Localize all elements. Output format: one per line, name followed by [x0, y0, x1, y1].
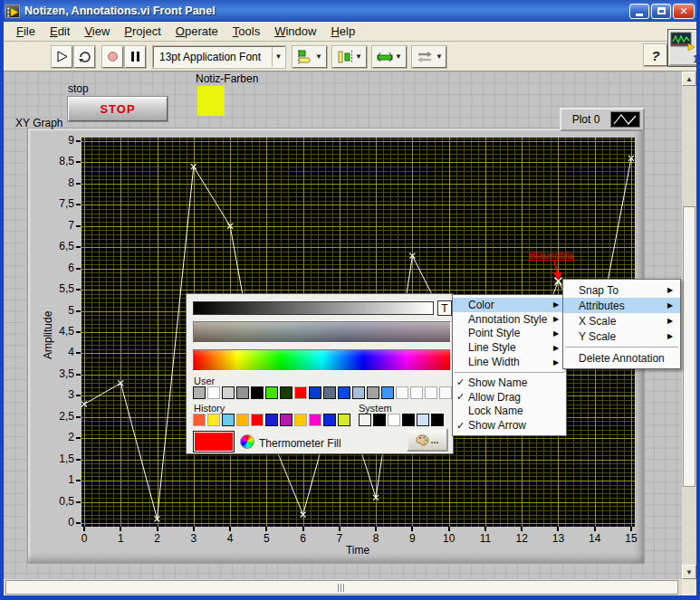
menu-item-label: Color	[468, 299, 553, 311]
attributes-submenu-item-line-width[interactable]: Line Width▶	[453, 355, 566, 369]
context-menu-item-attributes[interactable]: Attributes▶	[563, 298, 680, 313]
system-color-swatch-5[interactable]	[431, 414, 444, 426]
font-selector[interactable]: 13pt Application Font ▼	[153, 46, 285, 68]
context-menu-item-delete-annotation[interactable]: Delete Annotation	[563, 350, 680, 366]
minimize-button[interactable]	[629, 4, 649, 19]
y-tick-label: 1	[40, 473, 74, 486]
abort-button[interactable]	[102, 46, 123, 68]
more-colors-button[interactable]: ...	[407, 428, 448, 452]
menubar-item-window[interactable]: Window	[267, 23, 323, 40]
user-color-swatch-7[interactable]	[294, 386, 307, 399]
user-color-swatch-9[interactable]	[323, 386, 336, 399]
x-tick-label: 9	[398, 532, 426, 545]
muted-color-gradient-bar[interactable]	[193, 321, 451, 343]
reorder-objects-button[interactable]: ▼	[412, 46, 446, 68]
attributes-submenu-item-point-style[interactable]: Point Style▶	[453, 327, 566, 341]
stop-button[interactable]: STOP	[68, 97, 168, 121]
attributes-submenu-separator	[455, 372, 564, 373]
user-color-swatch-13[interactable]	[381, 386, 394, 399]
user-color-swatch-5[interactable]	[265, 386, 278, 399]
history-color-swatch-3[interactable]	[236, 414, 249, 426]
user-color-swatch-11[interactable]	[352, 386, 365, 399]
history-color-swatch-7[interactable]	[294, 414, 307, 426]
history-color-swatch-2[interactable]	[222, 414, 235, 426]
user-color-swatch-4[interactable]	[251, 386, 264, 399]
history-color-swatch-6[interactable]	[280, 414, 292, 426]
align-objects-button[interactable]: ▼	[292, 46, 327, 68]
user-color-swatch-6[interactable]	[280, 386, 292, 399]
submenu-arrow-icon: ▶	[667, 286, 680, 294]
color-box-control[interactable]	[197, 86, 225, 116]
menu-item-label: Y Scale	[579, 330, 667, 343]
attributes-submenu-item-annotation-style[interactable]: Annotation Style▶	[453, 312, 566, 327]
user-color-swatch-3[interactable]	[236, 386, 249, 399]
attributes-submenu: Color▶Annotation Style▶Point Style▶Line …	[452, 294, 567, 436]
distribute-objects-button[interactable]: ▼	[332, 46, 367, 68]
menubar-item-help[interactable]: Help	[323, 23, 362, 40]
attributes-submenu-item-color[interactable]: Color▶	[453, 298, 566, 312]
user-color-swatch-10[interactable]	[338, 386, 350, 399]
history-color-swatch-4[interactable]	[251, 414, 264, 426]
color-picker-dialog: T User History System Thermometer Fill .…	[186, 293, 454, 454]
system-color-swatch-3[interactable]	[402, 414, 415, 426]
x-tick-label: 10	[436, 532, 463, 545]
system-color-swatch-1[interactable]	[373, 414, 386, 426]
user-color-swatch-17[interactable]	[439, 386, 452, 399]
context-menu-item-y-scale[interactable]: Y Scale▶	[563, 329, 680, 344]
user-color-swatch-14[interactable]	[396, 386, 408, 399]
plot-legend[interactable]: Plot 0	[560, 108, 645, 131]
help-button[interactable]: ?	[644, 44, 667, 66]
y-tick-mark	[76, 310, 81, 312]
system-color-swatch-2[interactable]	[388, 414, 400, 426]
history-color-swatch-10[interactable]	[338, 414, 350, 426]
maximize-button[interactable]	[651, 4, 671, 19]
menubar-item-project[interactable]: Project	[117, 23, 168, 40]
context-help-icon[interactable]: 1	[668, 30, 700, 66]
titlebar[interactable]: Notizen, Annotations.vi Front Panel ✕	[0, 0, 700, 22]
attributes-submenu-item-show-name[interactable]: ✓Show Name	[453, 376, 566, 390]
history-color-swatch-9[interactable]	[323, 414, 336, 426]
scroll-up-button[interactable]: ▲	[682, 71, 696, 86]
history-color-swatch-1[interactable]	[207, 414, 220, 426]
pause-button[interactable]	[125, 46, 146, 68]
grayscale-gradient-bar[interactable]	[193, 301, 434, 315]
system-color-swatch-4[interactable]	[417, 414, 429, 426]
system-color-swatch-0[interactable]	[359, 414, 371, 426]
transparent-button[interactable]: T	[437, 300, 452, 316]
menubar-item-edit[interactable]: Edit	[43, 23, 77, 40]
context-menu-item-snap-to[interactable]: Snap To▶	[563, 282, 680, 298]
horizontal-scrollbar-thumb[interactable]	[5, 580, 678, 595]
user-color-swatch-0[interactable]	[193, 386, 206, 399]
rainbow-gradient-bar[interactable]	[193, 349, 451, 371]
vertical-scrollbar-thumb[interactable]	[683, 206, 695, 487]
user-color-swatch-8[interactable]	[309, 386, 321, 399]
attributes-submenu-item-show-arrow[interactable]: ✓Show Arrow	[453, 418, 566, 433]
close-button[interactable]: ✕	[673, 4, 695, 19]
pause-icon	[131, 52, 134, 62]
attributes-submenu-item-lock-name[interactable]: Lock Name	[453, 405, 566, 419]
scroll-down-button[interactable]: ▼	[682, 565, 696, 579]
history-color-swatch-0[interactable]	[193, 414, 206, 426]
user-color-swatch-2[interactable]	[222, 386, 235, 399]
user-color-swatch-12[interactable]	[367, 386, 379, 399]
user-color-swatch-1[interactable]	[207, 386, 220, 399]
attributes-submenu-item-line-style[interactable]: Line Style▶	[453, 340, 566, 355]
context-menu-item-x-scale[interactable]: X Scale▶	[563, 313, 680, 329]
user-color-swatch-16[interactable]	[425, 386, 437, 399]
y-tick-mark	[76, 352, 81, 354]
history-color-swatch-5[interactable]	[265, 414, 278, 426]
user-color-swatch-15[interactable]	[410, 386, 423, 399]
menubar-item-operate[interactable]: Operate	[168, 23, 225, 40]
current-color-swatch[interactable]	[193, 431, 235, 452]
run-continuous-button[interactable]	[74, 46, 95, 68]
menubar-item-file[interactable]: File	[9, 23, 43, 40]
menubar-item-view[interactable]: View	[77, 23, 117, 40]
history-color-swatch-8[interactable]	[309, 414, 321, 426]
resize-objects-button[interactable]: ▼	[372, 46, 407, 68]
x-tick-mark	[193, 527, 195, 531]
user-colors-label: User	[194, 376, 215, 386]
menubar-item-tools[interactable]: Tools	[225, 23, 267, 40]
plot-line-sample[interactable]	[610, 111, 640, 128]
run-button[interactable]	[52, 46, 72, 68]
attributes-submenu-item-allow-drag[interactable]: ✓Allow Drag	[453, 390, 566, 405]
